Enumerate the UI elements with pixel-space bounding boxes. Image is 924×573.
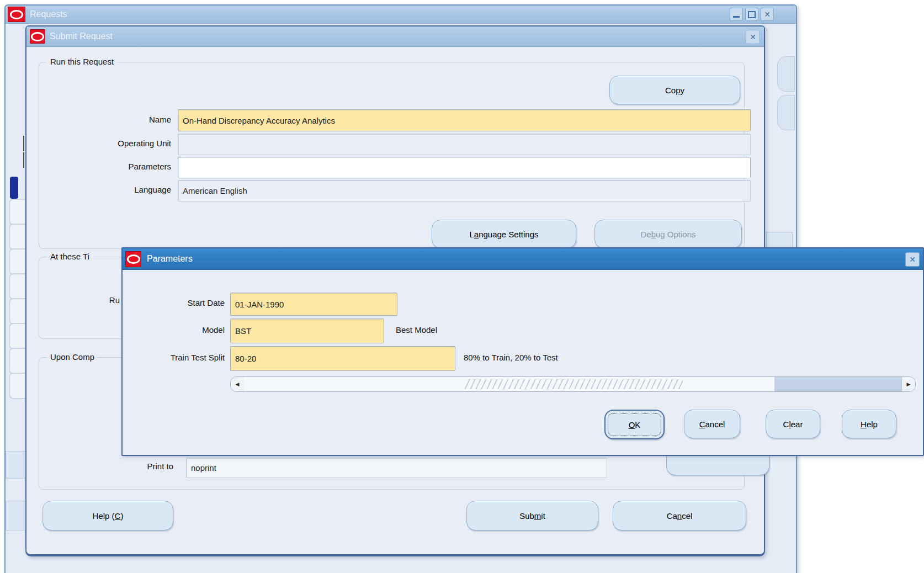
language-settings-button[interactable]: Language Settings — [432, 220, 576, 248]
text-cursor-mark — [23, 152, 24, 168]
language-label: Language — [60, 185, 171, 194]
upon-completion-label: Upon Comp — [47, 352, 98, 362]
parameters-titlebar[interactable]: Parameters ✕ — [123, 248, 923, 270]
parameters-label: Parameters — [60, 162, 171, 171]
scrollbar-thumb[interactable] — [244, 377, 775, 391]
operating-unit-label: Operating Unit — [60, 139, 171, 148]
background-button-fragment — [777, 56, 795, 92]
start-date-field[interactable]: 01-JAN-1990 — [230, 293, 397, 316]
debug-options-button[interactable]: Debug Options — [594, 220, 742, 248]
copy-button[interactable]: Copy — [609, 76, 740, 104]
at-these-times-label: At these Ti — [47, 252, 93, 261]
name-label: Name — [60, 115, 171, 124]
print-to-label: Print to — [106, 461, 173, 471]
requests-titlebar[interactable]: Requests ✕ — [6, 6, 796, 24]
dialog-help-button[interactable]: Help — [842, 410, 896, 438]
run-this-request-label: Run this Request — [47, 57, 117, 66]
oracle-logo-icon — [30, 29, 45, 44]
options-button-fragment[interactable] — [666, 455, 769, 475]
model-field[interactable]: BST — [230, 319, 384, 343]
scrollbar-grip-texture — [465, 379, 683, 389]
model-label: Model — [134, 325, 225, 335]
maximize-button[interactable] — [745, 8, 758, 21]
cancel-button[interactable]: Cancel — [613, 501, 746, 530]
screen: Requests ✕ Submit Request ✕ Run t — [0, 0, 924, 573]
oracle-logo-icon — [8, 7, 25, 22]
ok-button[interactable]: OK — [604, 410, 665, 439]
oracle-logo-icon — [125, 251, 141, 267]
train-test-split-label: Train Test Split — [129, 353, 225, 362]
selected-record-indicator — [10, 177, 18, 199]
submit-request-window-title: Submit Request — [50, 31, 113, 41]
print-to-field[interactable]: noprint — [186, 458, 607, 478]
operating-unit-field[interactable] — [178, 134, 751, 155]
model-description: Best Model — [396, 325, 561, 335]
submit-button[interactable]: Submit — [466, 501, 598, 530]
train-test-split-field[interactable]: 80-20 — [230, 346, 455, 371]
parameters-dialog: Parameters ✕ Start Date 01-JAN-1990 Mode… — [121, 247, 924, 456]
name-field[interactable]: On-Hand Discrepancy Accuracy Analytics — [178, 109, 751, 131]
close-icon[interactable]: ✕ — [905, 252, 920, 267]
scroll-right-icon[interactable]: ▶ — [901, 377, 915, 391]
scroll-left-icon[interactable]: ◀ — [231, 377, 245, 391]
close-button[interactable]: ✕ — [761, 8, 774, 21]
help-button[interactable]: Help (C) — [43, 501, 173, 530]
dialog-cancel-button[interactable]: Cancel — [684, 410, 740, 438]
run-the-job-label: Ru — [82, 295, 120, 305]
language-field[interactable]: American English — [178, 180, 751, 201]
parameters-dialog-title: Parameters — [147, 254, 193, 264]
requests-window-title: Requests — [30, 9, 67, 19]
text-cursor-mark — [23, 136, 24, 151]
clear-button[interactable]: Clear — [766, 410, 820, 438]
parameters-field[interactable] — [178, 157, 751, 178]
start-date-label: Start Date — [134, 298, 225, 307]
close-icon[interactable]: ✕ — [746, 30, 760, 44]
background-button-fragment — [777, 95, 795, 130]
horizontal-scrollbar[interactable]: ◀ ▶ — [230, 376, 916, 392]
minimize-button[interactable] — [730, 8, 743, 21]
scrollbar-track[interactable] — [774, 377, 902, 391]
submit-request-titlebar[interactable]: Submit Request ✕ — [26, 26, 764, 47]
train-test-split-description: 80% to Train, 20% to Test — [464, 353, 684, 362]
